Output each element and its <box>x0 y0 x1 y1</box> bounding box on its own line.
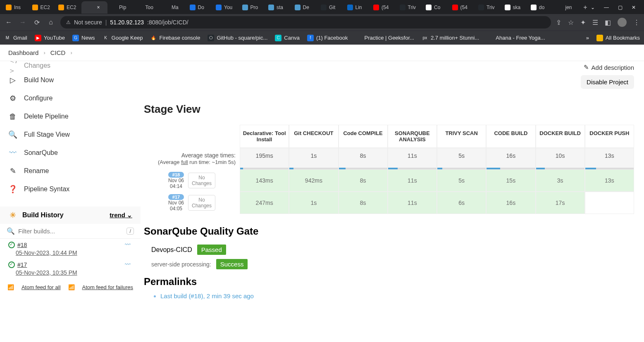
browser-tab[interactable]: (54 <box>449 1 475 14</box>
browser-tab[interactable]: Too <box>134 1 160 14</box>
browser-tab[interactable]: Triv <box>396 1 423 14</box>
browser-tab[interactable]: sta <box>265 1 291 14</box>
browser-tab[interactable]: EC2 <box>55 1 81 14</box>
bookmark-item[interactable]: MGmail <box>4 35 27 41</box>
trend-link[interactable]: trend ⌄ <box>110 211 132 219</box>
bookmark-item[interactable]: f(1) Facebook <box>307 35 348 41</box>
atom-fail-link[interactable]: Atom feed for failures <box>82 284 134 290</box>
build-date: 05-Nov-2023, 10:35 PM <box>16 269 77 276</box>
browser-tab[interactable]: Pro <box>239 1 265 14</box>
reload-button[interactable]: ⟳ <box>32 19 41 26</box>
search-icon: 🔍 <box>7 227 15 235</box>
favicon <box>190 5 196 10</box>
share-icon[interactable]: ⇪ <box>556 19 561 26</box>
build-number[interactable]: #17 <box>17 261 27 268</box>
sidebar-item-changes[interactable]: ＜/＞ Changes <box>0 61 141 71</box>
new-tab-button[interactable]: + <box>580 4 591 11</box>
home-button[interactable]: ⌂ <box>46 19 55 26</box>
add-description-button[interactable]: ✎ Add description <box>584 64 634 71</box>
sidebar-label: Configure <box>24 95 52 102</box>
run-badge[interactable]: #18 <box>168 172 184 178</box>
stage-average-label: Average stage times:(Average full run ti… <box>144 148 240 169</box>
main-actions-2: Disable Project <box>144 75 634 93</box>
favicon <box>373 5 379 10</box>
browser-tab[interactable]: De <box>291 1 318 14</box>
sidebar-item-syntax[interactable]: ❓ Pipeline Syntax <box>0 180 141 198</box>
url-field[interactable]: ⚠ Not secure | 51.20.92.123:8080/job/CIC… <box>60 16 551 28</box>
bookmark-item[interactable]: px2.7 million+ Stunni... <box>422 35 479 41</box>
breadcrumb-job[interactable]: CICD <box>50 49 66 56</box>
star-icon[interactable]: ☆ <box>568 19 574 26</box>
bookmark-item[interactable]: 🔥Firebase console <box>150 35 200 41</box>
window-minimize[interactable]: — <box>604 5 609 10</box>
bookmark-favicon: M <box>4 35 11 41</box>
build-row[interactable]: #17〰05-Nov-2023, 10:35 PM <box>0 259 141 278</box>
build-row[interactable]: #18〰05-Nov-2023, 10:44 PM <box>0 239 141 259</box>
browser-tab[interactable]: Pip <box>107 1 134 14</box>
browser-tab[interactable]: Co <box>422 1 449 14</box>
favicon <box>478 5 484 10</box>
tab-label: Ins <box>14 5 21 10</box>
sun-icon: ☀ <box>8 211 17 220</box>
address-bar: ← → ⟳ ⌂ ⚠ Not secure | 51.20.92.123:8080… <box>0 14 644 31</box>
browser-tab[interactable]: Ma <box>160 1 186 14</box>
favicon <box>242 5 248 10</box>
sidebar-item-delete[interactable]: 🗑 Delete Pipeline <box>0 107 141 126</box>
status-success-icon <box>8 242 15 248</box>
run-badge[interactable]: #17 <box>168 194 184 200</box>
browser-tab[interactable]: jen <box>554 1 580 14</box>
browser-tab[interactable]: (54 <box>370 1 396 14</box>
browser-tab[interactable]: You <box>212 1 239 14</box>
gear-icon: ⚙ <box>8 94 17 103</box>
permalinks-list: Last build (#18), 2 min 39 sec ago <box>160 292 634 299</box>
kebab-menu-icon[interactable]: ⋮ <box>633 19 640 26</box>
sidebar-item-configure[interactable]: ⚙ Configure <box>0 89 141 107</box>
sidebar-label: Delete Pipeline <box>24 113 69 120</box>
tab-label: Too <box>145 5 153 10</box>
browser-tab[interactable]: EC2 <box>29 1 55 14</box>
bookmark-item[interactable]: Practice | Geeksfor... <box>355 35 414 41</box>
filter-builds-input[interactable] <box>18 228 123 235</box>
window-controls: ⌄ — ▢ ✕ <box>591 5 642 10</box>
bookmark-item[interactable]: ▶YouTube <box>35 35 65 41</box>
sidebar-item-sonarqube[interactable]: 〰 SonarQube <box>0 144 141 162</box>
stage-header-spacer <box>144 125 240 148</box>
tab-close-icon[interactable]: × <box>97 5 100 10</box>
bookmark-item[interactable]: KGoogle Keep <box>103 35 143 41</box>
extensions-icon[interactable]: ✦ <box>580 19 586 26</box>
browser-tab[interactable]: Triv <box>475 1 501 14</box>
browser-tab[interactable]: do <box>527 1 554 14</box>
forward-button[interactable]: → <box>18 19 27 26</box>
browser-tab[interactable]: × <box>81 1 108 14</box>
back-button[interactable]: ← <box>4 19 13 26</box>
build-number[interactable]: #18 <box>17 242 27 248</box>
sidebar-item-build-now[interactable]: ▷ Build Now <box>0 71 141 89</box>
profile-avatar[interactable] <box>618 18 627 27</box>
window-maximize[interactable]: ▢ <box>618 5 623 10</box>
window-close[interactable]: ✕ <box>632 5 636 10</box>
window-dropdown[interactable]: ⌄ <box>591 5 595 10</box>
browser-tab[interactable]: Lin <box>344 1 370 14</box>
all-bookmarks-button[interactable]: All Bookmarks <box>596 35 640 41</box>
breadcrumb-dashboard[interactable]: Dashboard <box>8 49 38 56</box>
browser-tab[interactable]: Do <box>186 1 213 14</box>
bookmark-item[interactable]: Ahana - Free Yoga... <box>487 35 545 41</box>
reading-list-icon[interactable]: ☰ <box>592 19 598 26</box>
bookmark-overflow-icon[interactable]: » <box>586 35 589 41</box>
browser-tab[interactable]: Ins <box>2 1 29 14</box>
sidebar-item-rename[interactable]: ✎ Rename <box>0 162 141 180</box>
permalink-last-build[interactable]: Last build (#18), 2 min 39 sec ago <box>160 292 254 299</box>
bookmark-label: Canva <box>284 35 300 41</box>
build-history-title: Build History <box>22 211 64 219</box>
atom-all-link[interactable]: Atom feed for all <box>21 284 61 290</box>
tab-label: Git <box>329 5 335 10</box>
side-panel-icon[interactable]: ◧ <box>605 19 611 26</box>
disable-project-button[interactable]: Disable Project <box>581 75 634 89</box>
browser-tab[interactable]: Git <box>317 1 344 14</box>
browser-tab[interactable]: ska <box>501 1 528 14</box>
bookmark-item[interactable]: GNews <box>72 35 95 41</box>
bookmark-item[interactable]: ⎔GitHub - square/pic... <box>208 35 267 41</box>
sidebar-item-full-stage[interactable]: 🔍 Full Stage View <box>0 126 141 144</box>
chevron-right-icon: › <box>43 50 45 56</box>
bookmark-item[interactable]: CCanva <box>275 35 300 41</box>
